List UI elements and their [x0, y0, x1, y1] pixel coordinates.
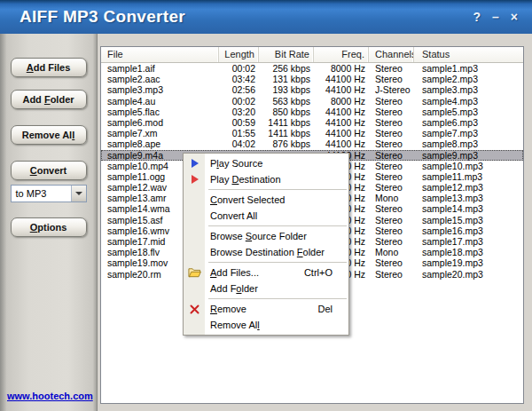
menu-item-label: Remove All: [210, 320, 260, 330]
play-destination-icon: [188, 174, 201, 185]
cell-status: sample18.mp3: [414, 247, 523, 257]
cell-status: sample17.mp3: [414, 236, 523, 247]
cell-channels: Stereo: [369, 225, 414, 236]
column-header-freq[interactable]: Freq.: [314, 47, 369, 62]
cell-file: sample3.mp3: [101, 84, 219, 95]
cell-status: sample16.mp3: [414, 225, 523, 236]
cell-length: 00:02: [219, 96, 259, 107]
cell-channels: Stereo: [369, 236, 414, 247]
cell-length: 04:02: [219, 138, 259, 149]
remove-icon: [188, 304, 201, 314]
column-header-status[interactable]: Status: [414, 47, 523, 62]
website-link[interactable]: www.hootech.com: [7, 391, 93, 401]
title-bar: AIFF MP3 Converter ? – ×: [0, 0, 532, 34]
menu-item-convert-selected[interactable]: Convert Selected: [184, 192, 348, 208]
cell-file: sample4.au: [101, 96, 219, 107]
table-row[interactable]: sample7.xm01:551411 kbps44100 HzStereosa…: [101, 128, 523, 138]
table-row[interactable]: sample3.mp302:56193 kbps44100 HzJ-Stereo…: [101, 84, 523, 95]
cell-file: sample2.aac: [101, 74, 219, 84]
cell-channels: Stereo: [369, 63, 414, 74]
menu-item-label: Remove: [210, 304, 246, 314]
table-row[interactable]: sample5.flac03:20850 kbps44100 HzStereos…: [101, 107, 523, 117]
menu-item-label: Add Folder: [210, 283, 258, 294]
cell-channels: Stereo: [369, 150, 414, 161]
menu-item-shortcut: Del: [317, 304, 343, 314]
cell-channels: Stereo: [369, 269, 414, 280]
menu-item-remove-all[interactable]: Remove All: [184, 317, 348, 333]
column-header-channels[interactable]: Channels: [369, 47, 414, 62]
cell-channels: Stereo: [369, 107, 414, 117]
cell-freq: 44100 Hz: [314, 117, 369, 128]
folder-open-icon: [188, 267, 201, 278]
table-row[interactable]: sample6.mod00:591411 kbps44100 HzStereos…: [101, 117, 523, 128]
cell-freq: 44100 Hz: [314, 107, 369, 117]
menu-item-play-source[interactable]: Play Source: [184, 155, 348, 171]
menu-item-label: Convert Selected: [210, 194, 285, 205]
close-button[interactable]: ×: [511, 11, 518, 23]
column-header-bitrate[interactable]: Bit Rate: [259, 47, 314, 62]
cell-channels: Stereo: [369, 138, 414, 149]
menu-item-add-files[interactable]: Add Files...Ctrl+O: [184, 265, 348, 281]
cell-freq: 44100 Hz: [314, 74, 369, 84]
add-files-button[interactable]: Add Files: [11, 58, 87, 77]
cell-length: 03:42: [219, 74, 259, 84]
minimize-button[interactable]: –: [492, 11, 499, 23]
cell-status: sample14.mp3: [414, 203, 523, 214]
menu-item-browse-source-folder[interactable]: Browse Source Folder: [184, 228, 348, 244]
cell-length: 00:02: [219, 63, 259, 74]
format-select[interactable]: to MP3: [11, 185, 87, 202]
cell-length: 01:55: [219, 128, 259, 138]
cell-length: 00:59: [219, 117, 259, 128]
cell-channels: Stereo: [369, 161, 414, 171]
cell-status: sample7.mp3: [414, 128, 523, 138]
cell-status: sample4.mp3: [414, 96, 523, 107]
menu-item-label: Add Files...: [210, 267, 259, 278]
cell-status: sample15.mp3: [414, 215, 523, 225]
cell-channels: Mono: [369, 247, 414, 257]
help-button[interactable]: ?: [473, 11, 481, 23]
cell-bitrate: 876 kbps: [259, 138, 314, 149]
table-row[interactable]: sample1.aif00:02256 kbps8000 HzStereosam…: [101, 63, 523, 74]
cell-channels: J-Stereo: [369, 84, 414, 95]
cell-status: sample13.mp3: [414, 193, 523, 203]
chevron-down-icon[interactable]: [71, 186, 86, 202]
cell-channels: Stereo: [369, 203, 414, 214]
cell-status: sample3.mp3: [414, 84, 523, 95]
menu-item-label: Play Destination: [210, 174, 281, 185]
cell-bitrate: 1411 kbps: [259, 117, 314, 128]
cell-status: sample8.mp3: [414, 138, 523, 149]
menu-item-convert-all[interactable]: Convert All: [184, 208, 348, 224]
menu-item-browse-destination-folder[interactable]: Browse Destination Folder: [184, 244, 348, 260]
column-header-file[interactable]: File: [101, 47, 219, 62]
cell-bitrate: 850 kbps: [259, 107, 314, 117]
cell-status: sample1.mp3: [414, 63, 523, 74]
cell-freq: 44100 Hz: [314, 138, 369, 149]
cell-status: sample10.mp3: [414, 161, 523, 171]
cell-bitrate: 1411 kbps: [259, 128, 314, 138]
menu-separator: [208, 225, 347, 226]
menu-item-play-destination[interactable]: Play Destination: [184, 171, 348, 187]
menu-separator: [208, 189, 347, 190]
table-row[interactable]: sample4.au00:02563 kbps8000 HzStereosamp…: [101, 96, 523, 107]
add-folder-button[interactable]: Add Folder: [11, 90, 87, 109]
menu-item-shortcut: Ctrl+O: [304, 267, 343, 278]
sidebar: Add Files Add Folder Remove All Convert …: [0, 34, 98, 411]
menu-item-add-folder[interactable]: Add Folder: [184, 281, 348, 296]
cell-channels: Stereo: [369, 128, 414, 138]
cell-bitrate: 131 kbps: [259, 74, 314, 84]
cell-channels: Stereo: [369, 215, 414, 225]
menu-item-label: Browse Destination Folder: [210, 247, 325, 257]
column-header-length[interactable]: Length: [219, 47, 259, 62]
cell-status: sample11.mp3: [414, 171, 523, 182]
menu-separator: [208, 262, 347, 263]
menu-item-remove[interactable]: RemoveDel: [184, 301, 348, 317]
convert-button[interactable]: Convert: [11, 161, 87, 180]
cell-channels: Stereo: [369, 117, 414, 128]
cell-bitrate: 256 kbps: [259, 63, 314, 74]
remove-all-button[interactable]: Remove All: [11, 125, 87, 145]
options-button[interactable]: Options: [11, 217, 87, 237]
table-row[interactable]: sample8.ape04:02876 kbps44100 HzStereosa…: [101, 138, 523, 149]
list-header: FileLengthBit RateFreq.ChannelsStatus: [101, 47, 523, 63]
cell-bitrate: 193 kbps: [259, 84, 314, 95]
table-row[interactable]: sample2.aac03:42131 kbps44100 HzStereosa…: [101, 74, 523, 84]
